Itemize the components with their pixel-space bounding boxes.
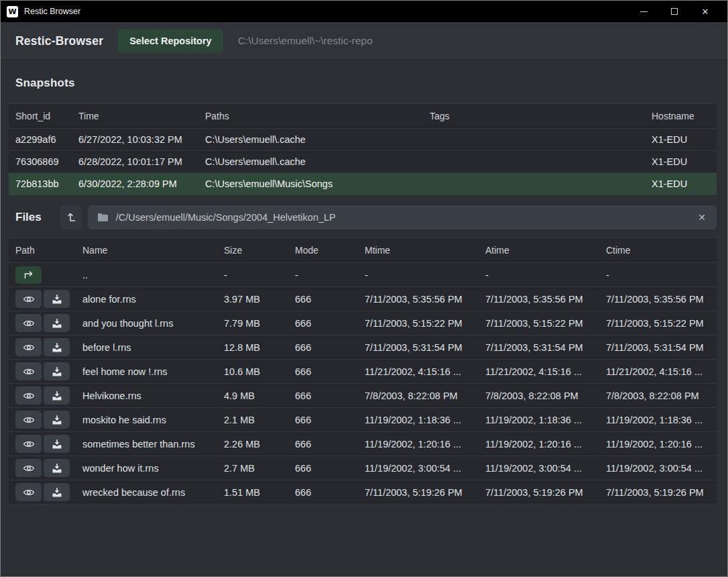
file-row: before l.rns 12.8 MB 666 7/11/2003, 5:31… xyxy=(9,335,717,360)
level-up-icon xyxy=(65,211,77,223)
download-file-button[interactable] xyxy=(44,459,70,477)
snapshot-hostname: X1-EDU xyxy=(652,156,717,167)
eye-icon xyxy=(23,295,35,304)
preview-file-button[interactable] xyxy=(15,435,42,453)
files-rows: alone for.rns 3.97 MB 666 7/11/2003, 5:3… xyxy=(9,287,717,505)
maximize-icon xyxy=(671,8,678,15)
file-size: 7.79 MB xyxy=(224,318,295,329)
download-file-button[interactable] xyxy=(44,338,70,356)
preview-file-button[interactable] xyxy=(15,362,42,380)
column-header-hostname: Hostname xyxy=(652,111,717,121)
maximize-button[interactable] xyxy=(659,1,690,22)
clear-path-button[interactable]: ✕ xyxy=(696,211,707,223)
close-button[interactable]: ✕ xyxy=(690,1,721,22)
select-repository-button[interactable]: Select Repository xyxy=(118,29,223,53)
file-ctime: 11/19/2002, 1:18:36 ... xyxy=(606,415,717,425)
preview-file-button[interactable] xyxy=(15,290,42,308)
parent-dir-ctime: - xyxy=(606,270,717,280)
column-header-time: Time xyxy=(78,111,205,121)
parent-dir-atime: - xyxy=(485,270,606,280)
minimize-button[interactable] xyxy=(628,1,659,22)
download-file-button[interactable] xyxy=(44,483,70,501)
preview-file-button[interactable] xyxy=(15,483,42,501)
file-name: feel home now !.rns xyxy=(82,366,224,377)
file-atime: 7/11/2003, 5:19:26 PM xyxy=(485,487,606,498)
snapshot-row[interactable]: a2299af6 6/27/2022, 10:03:32 PM C:\Users… xyxy=(9,129,717,151)
eye-icon xyxy=(23,464,35,473)
download-icon xyxy=(52,390,62,401)
eye-icon xyxy=(23,391,35,401)
file-size: 4.9 MB xyxy=(224,390,295,401)
column-header-mode: Mode xyxy=(295,245,365,256)
eye-icon xyxy=(23,319,35,328)
snapshot-short-id: 76306869 xyxy=(15,156,78,167)
minimize-icon xyxy=(640,11,648,12)
file-row: feel home now !.rns 10.6 MB 666 11/21/20… xyxy=(9,360,717,384)
file-mtime: 11/21/2002, 4:15:16 ... xyxy=(365,366,485,377)
snapshot-short-id: 72b813bb xyxy=(15,178,78,189)
column-header-ctime: Ctime xyxy=(606,245,717,256)
eye-icon xyxy=(23,488,35,497)
files-table-header: Path Name Size Mode Mtime Atime Ctime xyxy=(9,238,717,263)
file-mode: 666 xyxy=(295,318,365,329)
folder-icon xyxy=(97,213,109,222)
snapshot-row[interactable]: 76306869 6/28/2022, 10:01:17 PM C:\Users… xyxy=(9,151,717,173)
column-header-mtime: Mtime xyxy=(365,245,485,256)
preview-file-button[interactable] xyxy=(15,314,42,332)
file-name: before l.rns xyxy=(82,342,224,353)
download-file-button[interactable] xyxy=(44,362,70,380)
window-controls: ✕ xyxy=(628,1,727,22)
file-ctime: 11/21/2002, 4:15:16 ... xyxy=(606,366,717,377)
download-file-button[interactable] xyxy=(44,435,70,453)
file-ctime: 7/8/2003, 8:22:08 PM xyxy=(606,390,717,401)
file-size: 2.1 MB xyxy=(224,415,295,425)
snapshot-row[interactable]: 72b813bb 6/30/2022, 2:28:09 PM C:\Users\… xyxy=(9,173,717,195)
download-file-button[interactable] xyxy=(44,386,70,405)
file-atime: 11/19/2002, 3:00:54 ... xyxy=(485,463,606,474)
preview-file-button[interactable] xyxy=(15,338,42,356)
file-ctime: 11/19/2002, 1:20:16 ... xyxy=(606,439,717,450)
snapshot-paths: C:\Users\emuell\Music\Songs xyxy=(205,178,430,189)
file-row: sometimes better than.rns 2.26 MB 666 11… xyxy=(9,432,717,456)
download-file-button[interactable] xyxy=(44,411,70,429)
download-file-button[interactable] xyxy=(44,314,70,332)
file-size: 10.6 MB xyxy=(224,366,295,377)
path-breadcrumb[interactable]: /C/Users/emuell/Music/Songs/2004_Helveti… xyxy=(88,205,717,229)
preview-file-button[interactable] xyxy=(15,386,42,405)
download-icon xyxy=(52,463,62,474)
eye-icon xyxy=(23,415,35,425)
file-size: 2.7 MB xyxy=(224,463,295,474)
snapshots-rows: a2299af6 6/27/2022, 10:03:32 PM C:\Users… xyxy=(9,129,717,195)
app-name: Restic-Browser xyxy=(15,34,103,48)
close-icon: ✕ xyxy=(702,7,709,16)
file-name: wonder how it.rns xyxy=(82,463,224,474)
repository-path: C:\Users\emuell\~\restic-repo xyxy=(238,35,373,47)
file-ctime: 7/11/2003, 5:15:22 PM xyxy=(606,318,717,329)
wails-logo-icon: W xyxy=(7,6,18,17)
file-mode: 666 xyxy=(295,366,365,377)
file-name: sometimes better than.rns xyxy=(82,439,224,450)
file-name: Helvikone.rns xyxy=(82,390,224,401)
download-icon xyxy=(52,318,62,329)
file-ctime: 7/11/2003, 5:31:54 PM xyxy=(606,342,717,353)
download-file-button[interactable] xyxy=(44,290,70,308)
snapshot-time: 6/27/2022, 10:03:32 PM xyxy=(78,134,205,145)
file-mode: 666 xyxy=(295,439,365,450)
file-row: and you thought l.rns 7.79 MB 666 7/11/2… xyxy=(9,311,717,335)
file-size: 12.8 MB xyxy=(224,342,295,353)
snapshot-paths: C:\Users\emuell\.cache xyxy=(205,156,430,167)
snapshots-table: Short_id Time Paths Tags Hostname a2299a… xyxy=(9,103,717,195)
column-header-tags: Tags xyxy=(430,111,652,121)
download-icon xyxy=(52,439,62,450)
snapshot-paths: C:\Users\emuell\.cache xyxy=(205,134,430,145)
file-row: moskito he said.rns 2.1 MB 666 11/19/200… xyxy=(9,408,717,432)
file-mode: 666 xyxy=(295,294,365,305)
preview-file-button[interactable] xyxy=(15,459,42,477)
file-mtime: 7/11/2003, 5:19:26 PM xyxy=(365,487,485,498)
preview-file-button[interactable] xyxy=(15,411,42,429)
file-ctime: 7/11/2003, 5:35:56 PM xyxy=(606,294,717,305)
tree-view-button[interactable] xyxy=(60,205,82,229)
go-parent-button[interactable] xyxy=(15,266,42,284)
file-atime: 11/19/2002, 1:18:36 ... xyxy=(485,415,606,425)
file-row: wrecked because of.rns 1.51 MB 666 7/11/… xyxy=(9,480,717,505)
